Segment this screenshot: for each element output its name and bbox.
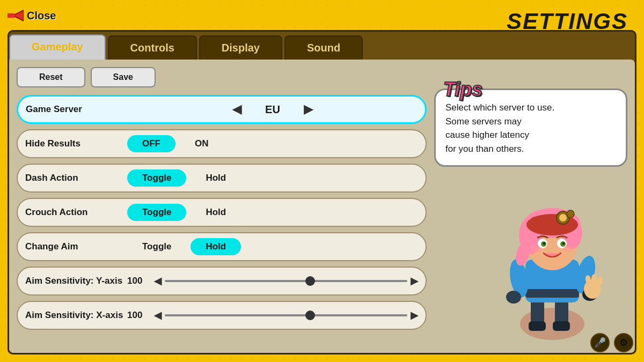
svg-point-11 <box>506 291 521 304</box>
aim-toggle-button[interactable]: Toggle <box>127 238 186 255</box>
svg-rect-6 <box>553 321 570 331</box>
aim-sensitivity-y-row: Aim Sensitivity: Y-axis 100 ◀ ▶ <box>17 267 427 295</box>
aim-hold-button[interactable]: Hold <box>191 238 241 255</box>
aim-sensitivity-x-control: 100 ◀ ▶ <box>127 309 418 321</box>
svg-point-29 <box>562 242 565 245</box>
aim-x-decrease-button[interactable]: ◀ <box>154 309 162 321</box>
mic-icon: 🎤 <box>594 337 606 349</box>
aim-sensitivity-y-label: Aim Sensitivity: Y-axis <box>25 276 127 286</box>
server-prev-button[interactable]: ◀ <box>228 102 246 116</box>
dash-action-row: Dash Action Toggle Hold <box>17 164 427 193</box>
aim-x-slider-track[interactable] <box>165 314 407 316</box>
tips-text: Select which server to use.Some servers … <box>445 101 616 156</box>
tab-gameplay[interactable]: Gameplay <box>9 34 106 60</box>
crouch-hold-button[interactable]: Hold <box>191 204 241 221</box>
aim-y-slider-thumb[interactable] <box>305 276 315 286</box>
close-button[interactable]: Close <box>8 8 56 24</box>
hide-results-toggle: OFF ON <box>127 135 418 152</box>
settings-icon-button[interactable]: ⚙ <box>614 333 633 352</box>
left-panel: Reset Save Game Server ◀ EU ▶ Hide Resul… <box>17 67 427 345</box>
main-container: Gameplay Controls Display Sound Reset Sa… <box>8 30 636 354</box>
aim-sensitivity-y-value: 100 <box>127 276 149 286</box>
tabs-row: Gameplay Controls Display Sound <box>9 32 635 60</box>
crouch-action-toggle: Toggle Hold <box>127 204 418 221</box>
mic-button[interactable]: 🎤 <box>590 333 610 352</box>
close-label: Close <box>27 10 56 22</box>
tab-sound[interactable]: Sound <box>284 35 363 60</box>
hide-results-label: Hide Results <box>25 138 127 149</box>
aim-sensitivity-y-control: 100 ◀ ▶ <box>127 275 418 287</box>
aim-x-slider-thumb[interactable] <box>305 311 315 320</box>
aim-sensitivity-x-value: 100 <box>127 310 149 321</box>
svg-rect-5 <box>529 321 546 331</box>
gear-icon: ⚙ <box>619 337 628 349</box>
aim-sensitivity-x-label: Aim Sensitivity: X-axis <box>25 310 127 321</box>
svg-point-28 <box>543 242 545 245</box>
aim-x-slider-container: ◀ ▶ <box>154 309 418 321</box>
aim-x-increase-button[interactable]: ▶ <box>411 309 418 321</box>
dash-hold-button[interactable]: Hold <box>191 169 241 187</box>
svg-point-31 <box>563 246 574 252</box>
change-aim-label: Change Aim <box>25 241 127 252</box>
dash-action-label: Dash Action <box>25 173 127 183</box>
tab-display[interactable]: Display <box>199 35 282 60</box>
aim-y-slider-track[interactable] <box>165 280 407 282</box>
tips-title: Tips <box>443 78 482 101</box>
change-aim-toggle: Toggle Hold <box>127 238 418 255</box>
svg-point-30 <box>531 246 541 252</box>
aim-y-slider-container: ◀ ▶ <box>154 275 418 287</box>
svg-point-23 <box>567 210 574 218</box>
svg-rect-1 <box>8 13 14 18</box>
settings-list: Game Server ◀ EU ▶ Hide Results OFF ON <box>17 95 427 330</box>
server-next-button[interactable]: ▶ <box>299 102 317 116</box>
aim-y-increase-button[interactable]: ▶ <box>411 275 418 287</box>
character-illustration <box>477 195 627 345</box>
server-control: ◀ EU ▶ <box>128 102 418 116</box>
hide-results-on-button[interactable]: ON <box>180 135 224 152</box>
right-panel: Tips Select which server to use.Some ser… <box>434 67 627 345</box>
save-button[interactable]: Save <box>91 67 156 87</box>
close-arrow-icon <box>8 8 24 24</box>
svg-point-34 <box>591 274 597 284</box>
game-server-label: Game Server <box>26 104 128 115</box>
reset-button[interactable]: Reset <box>17 67 85 87</box>
hide-results-off-button[interactable]: OFF <box>127 135 175 152</box>
change-aim-row: Change Aim Toggle Hold <box>17 232 427 261</box>
svg-rect-8 <box>525 289 579 298</box>
action-buttons: Reset Save <box>17 67 427 87</box>
aim-sensitivity-x-row: Aim Sensitivity: X-axis 100 ◀ ▶ <box>17 301 427 330</box>
tab-controls[interactable]: Controls <box>108 35 197 60</box>
crouch-toggle-button[interactable]: Toggle <box>127 204 186 221</box>
dash-toggle-button[interactable]: Toggle <box>127 169 186 187</box>
bottom-icons: 🎤 ⚙ <box>590 333 633 352</box>
crouch-action-label: Crouch Action <box>25 207 127 218</box>
character-area <box>434 167 627 345</box>
server-value: EU <box>257 104 289 116</box>
svg-point-22 <box>559 214 567 221</box>
aim-y-decrease-button[interactable]: ◀ <box>154 275 162 287</box>
hide-results-row: Hide Results OFF ON <box>17 129 427 158</box>
dash-action-toggle: Toggle Hold <box>127 169 418 187</box>
crouch-action-row: Crouch Action Toggle Hold <box>17 198 427 227</box>
content-area: Reset Save Game Server ◀ EU ▶ Hide Resul… <box>9 60 635 353</box>
tips-bubble: Tips Select which server to use.Some ser… <box>434 88 627 167</box>
game-server-row: Game Server ◀ EU ▶ <box>17 95 427 124</box>
